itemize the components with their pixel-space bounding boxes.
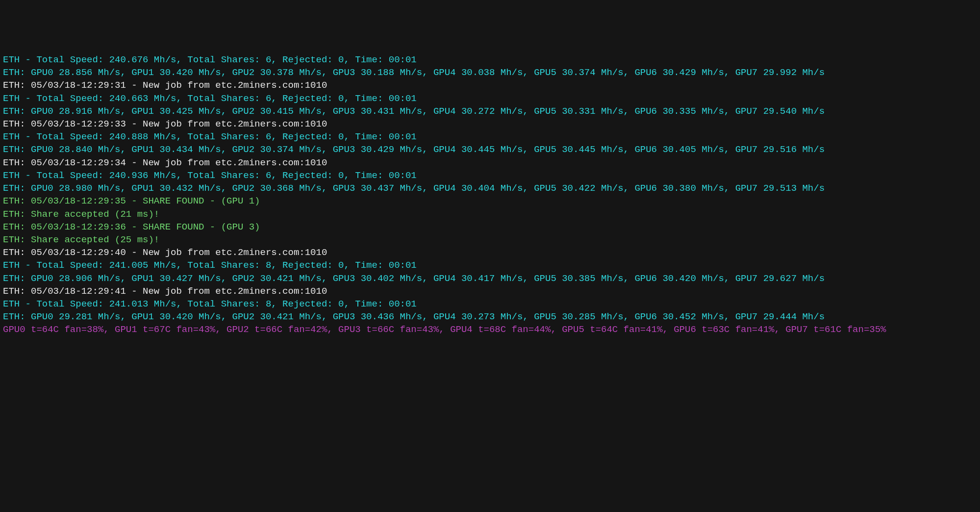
terminal-line: ETH: Share accepted (21 ms)! — [3, 209, 159, 220]
terminal-line: ETH: 05/03/18-12:29:34 - New job from et… — [3, 157, 327, 168]
terminal-line: ETH: 05/03/18-12:29:31 - New job from et… — [3, 80, 327, 91]
terminal-line: ETH: GPU0 28.916 Mh/s, GPU1 30.425 Mh/s,… — [3, 106, 825, 117]
terminal-line: ETH: GPU0 28.856 Mh/s, GPU1 30.420 Mh/s,… — [3, 67, 825, 78]
terminal-line: ETH: GPU0 28.906 Mh/s, GPU1 30.427 Mh/s,… — [3, 273, 825, 284]
terminal-line: ETH - Total Speed: 240.663 Mh/s, Total S… — [3, 93, 417, 104]
terminal-line: ETH - Total Speed: 240.936 Mh/s, Total S… — [3, 170, 417, 181]
terminal-line: ETH: GPU0 28.840 Mh/s, GPU1 30.434 Mh/s,… — [3, 144, 825, 155]
terminal-line: ETH - Total Speed: 241.013 Mh/s, Total S… — [3, 299, 417, 309]
terminal-line: ETH: 05/03/18-12:29:33 - New job from et… — [3, 119, 327, 129]
terminal-line: ETH: 05/03/18-12:29:40 - New job from et… — [3, 247, 327, 258]
terminal-output: { "lines": [ { "text": "ETH - Total Spee… — [0, 0, 980, 512]
terminal-line: ETH - Total Speed: 240.676 Mh/s, Total S… — [3, 54, 417, 65]
terminal-line: ETH: 05/03/18-12:29:35 - SHARE FOUND - (… — [3, 196, 260, 206]
terminal-line: ETH: Share accepted (25 ms)! — [3, 234, 159, 245]
terminal-line: ETH: GPU0 28.980 Mh/s, GPU1 30.432 Mh/s,… — [3, 183, 825, 194]
terminal-line: ETH: 05/03/18-12:29:36 - SHARE FOUND - (… — [3, 222, 260, 232]
terminal-line: ETH: 05/03/18-12:29:41 - New job from et… — [3, 286, 327, 297]
terminal-line: ETH - Total Speed: 240.888 Mh/s, Total S… — [3, 131, 417, 142]
terminal-line: GPU0 t=64C fan=38%, GPU1 t=67C fan=43%, … — [3, 324, 886, 335]
terminal-line: ETH - Total Speed: 241.005 Mh/s, Total S… — [3, 260, 417, 271]
terminal-line: ETH: GPU0 29.281 Mh/s, GPU1 30.420 Mh/s,… — [3, 311, 825, 322]
